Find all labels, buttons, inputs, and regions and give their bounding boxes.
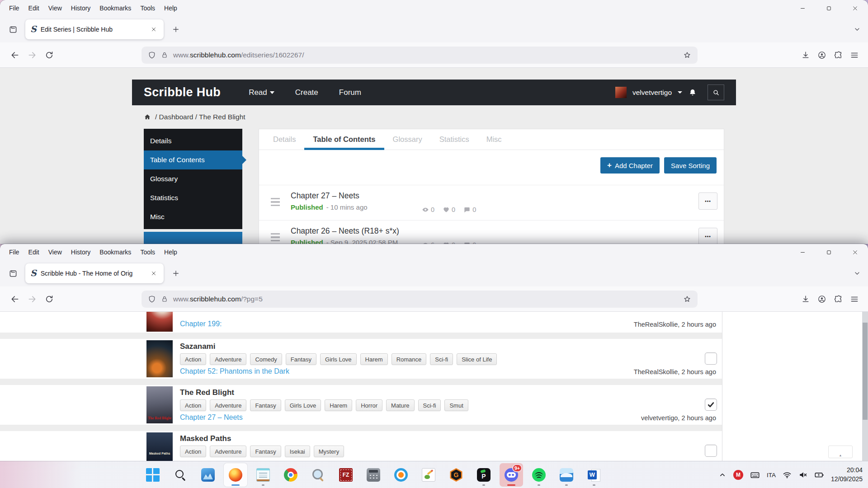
- menu-file[interactable]: File: [5, 249, 24, 256]
- mega-tray-icon[interactable]: M: [733, 470, 743, 480]
- extensions-icon[interactable]: [834, 51, 843, 60]
- menu-history[interactable]: History: [66, 249, 95, 256]
- chapter-link[interactable]: Chapter 199:: [180, 320, 222, 328]
- series-cover-thumbnail[interactable]: [146, 312, 173, 332]
- menu-history[interactable]: History: [66, 5, 95, 12]
- tracking-shield-icon[interactable]: [148, 51, 156, 59]
- tag-smut[interactable]: Smut: [444, 399, 468, 411]
- home-icon[interactable]: [144, 113, 151, 121]
- taskbar-app-filezilla[interactable]: [334, 463, 358, 487]
- nav-forum[interactable]: Forum: [339, 88, 361, 97]
- drag-handle-icon[interactable]: [271, 233, 280, 241]
- language-indicator[interactable]: ITA: [767, 472, 776, 479]
- minimize-button[interactable]: [789, 244, 816, 260]
- more-options-button[interactable]: [698, 192, 717, 210]
- taskbar-app-calculator[interactable]: [362, 463, 385, 487]
- sidebar-item-table-of-contents[interactable]: Table of Contents: [144, 150, 242, 169]
- new-tab-button[interactable]: [169, 267, 183, 280]
- menu-edit[interactable]: Edit: [24, 249, 44, 256]
- menu-tools[interactable]: Tools: [136, 5, 160, 12]
- bookmark-star-icon[interactable]: [683, 51, 691, 59]
- taskbar-app-discord[interactable]: 9+: [500, 463, 523, 487]
- tag-girls-love[interactable]: Girls Love: [285, 399, 321, 411]
- tag-fantasy[interactable]: Fantasy: [286, 353, 316, 365]
- tag-adventure[interactable]: Adventure: [210, 353, 246, 365]
- tab-misc[interactable]: Misc: [478, 129, 510, 150]
- nav-create[interactable]: Create: [295, 88, 318, 97]
- reload-button[interactable]: [41, 47, 58, 64]
- scroll-to-top-button[interactable]: ▲: [828, 446, 853, 458]
- maximize-button[interactable]: [816, 0, 842, 16]
- tag-action[interactable]: Action: [180, 353, 206, 365]
- taskbar-app-word[interactable]: [582, 463, 606, 487]
- tab-glossary[interactable]: Glossary: [384, 129, 431, 150]
- tag-action[interactable]: Action: [180, 446, 206, 457]
- app-menu-icon[interactable]: [850, 51, 859, 60]
- menu-file[interactable]: File: [5, 5, 24, 12]
- taskbar-app-paint-app[interactable]: [555, 463, 578, 487]
- tag-romance[interactable]: Romance: [392, 353, 427, 365]
- address-bar[interactable]: www.scribblehub.com/?pg=5: [142, 291, 698, 308]
- forward-button[interactable]: [24, 47, 41, 64]
- menu-tools[interactable]: Tools: [136, 249, 160, 256]
- chapter-link[interactable]: Chapter 27 – Neets: [180, 413, 243, 422]
- wifi-icon[interactable]: [783, 470, 792, 479]
- tag-isekai[interactable]: Isekai: [285, 446, 310, 457]
- tag-mature[interactable]: Mature: [386, 399, 414, 411]
- tag-fantasy[interactable]: Fantasy: [250, 446, 281, 457]
- tracking-shield-icon[interactable]: [148, 295, 156, 303]
- tag-girls-love[interactable]: Girls Love: [320, 353, 357, 365]
- list-all-tabs-icon[interactable]: [854, 26, 861, 33]
- new-tab-button[interactable]: [169, 23, 183, 36]
- tag-fantasy[interactable]: Fantasy: [250, 399, 281, 411]
- taskbar-app-spotify[interactable]: [527, 463, 551, 487]
- close-button[interactable]: [842, 244, 868, 260]
- more-options-button[interactable]: [698, 228, 717, 244]
- volume-muted-icon[interactable]: [798, 470, 807, 479]
- firefox-view-icon[interactable]: [5, 22, 21, 37]
- series-title[interactable]: Sazanami: [180, 342, 215, 351]
- tag-comedy[interactable]: Comedy: [250, 353, 282, 365]
- drag-handle-icon[interactable]: [271, 198, 280, 206]
- taskbar-app-firefox[interactable]: [224, 463, 247, 487]
- taskbar-app-notepad[interactable]: [251, 463, 275, 487]
- bookmark-star-icon[interactable]: [683, 295, 691, 303]
- forward-button[interactable]: [24, 291, 41, 308]
- series-title[interactable]: Masked Paths: [180, 434, 231, 443]
- tag-harem[interactable]: Harem: [360, 353, 388, 365]
- series-cover-thumbnail[interactable]: The Red Blight: [146, 386, 173, 423]
- scrollbar-thumb[interactable]: [863, 323, 868, 420]
- tab-statistics[interactable]: Statistics: [431, 129, 478, 150]
- series-title[interactable]: The Red Blight: [180, 388, 234, 397]
- chapter-link[interactable]: Chapter 52: Phantoms in the Dark: [180, 367, 289, 375]
- tag-horror[interactable]: Horror: [356, 399, 382, 411]
- close-button[interactable]: [842, 0, 868, 16]
- taskbar-app-chrome[interactable]: [279, 463, 302, 487]
- save-sorting-button[interactable]: Save Sorting: [664, 157, 717, 174]
- maximize-button[interactable]: [816, 244, 842, 260]
- downloads-icon[interactable]: [801, 51, 810, 60]
- tag-adventure[interactable]: Adventure: [210, 399, 246, 411]
- browser-tab[interactable]: S Edit Series | Scribble Hub: [25, 19, 164, 39]
- sidebar-item-details[interactable]: Details: [144, 131, 242, 150]
- address-bar[interactable]: www.scribblehub.com/editseries/1602267/: [142, 47, 698, 64]
- hidden-icons-chevron[interactable]: [718, 471, 726, 479]
- tag-mystery[interactable]: Mystery: [314, 446, 344, 457]
- list-all-tabs-icon[interactable]: [854, 270, 861, 277]
- sidebar-item-glossary[interactable]: Glossary: [144, 169, 242, 188]
- back-button[interactable]: [6, 47, 24, 64]
- menu-help[interactable]: Help: [160, 5, 182, 12]
- downloads-icon[interactable]: [801, 295, 810, 304]
- app-menu-icon[interactable]: [850, 295, 859, 304]
- taskbar-app-movies-tv[interactable]: [196, 463, 220, 487]
- series-checkbox[interactable]: [705, 399, 717, 411]
- extensions-icon[interactable]: [834, 295, 843, 304]
- series-cover-thumbnail[interactable]: Masked Paths: [146, 432, 173, 461]
- taskbar-app-start[interactable]: [141, 463, 165, 487]
- lock-icon[interactable]: [161, 296, 168, 303]
- series-checkbox[interactable]: [705, 352, 717, 365]
- site-search-button[interactable]: [708, 84, 724, 100]
- sidebar-partial-button[interactable]: [144, 232, 242, 244]
- tag-action[interactable]: Action: [180, 399, 206, 411]
- tab-details[interactable]: Details: [264, 129, 304, 150]
